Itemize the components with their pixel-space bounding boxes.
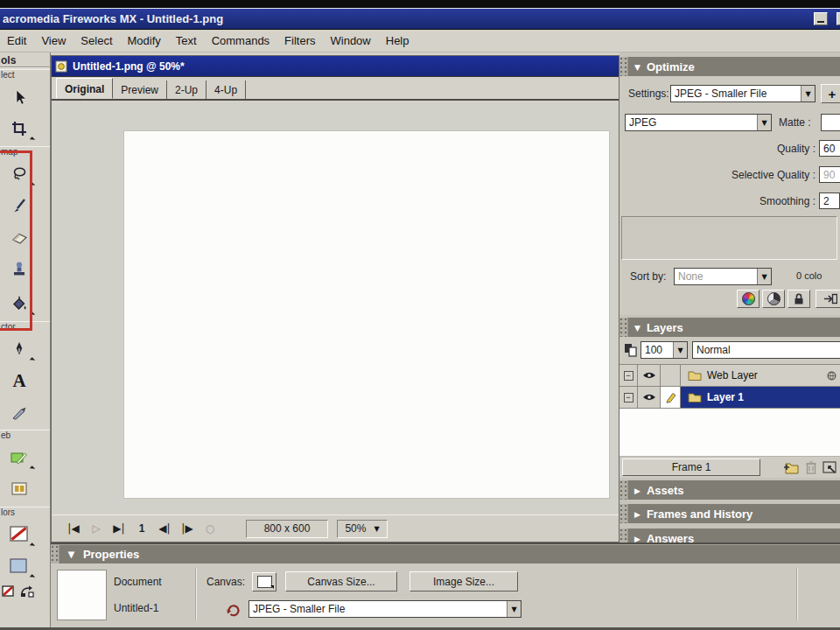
knife-tool[interactable]: [0, 396, 38, 428]
quality-field[interactable]: 60: [819, 140, 840, 157]
dropdown-arrow-button[interactable]: ▼: [757, 115, 771, 130]
layers-panel-header[interactable]: ▼ Layers: [620, 318, 840, 337]
expand-arrow-icon: ▶: [634, 509, 640, 519]
dropdown-arrow-button[interactable]: ▼: [507, 601, 521, 617]
rebuild-color-table-button[interactable]: [737, 290, 760, 308]
slice-tool[interactable]: [0, 442, 38, 473]
pen-tool[interactable]: [0, 333, 38, 365]
new-frame-icon[interactable]: [782, 461, 800, 474]
panel-gripper[interactable]: [51, 545, 60, 564]
layer-edit-column[interactable]: [661, 387, 681, 408]
titlebar[interactable]: acromedia Fireworks MX - Untitled-1.png: [0, 8, 840, 30]
add-color-button[interactable]: [816, 290, 840, 308]
canvas[interactable]: [123, 130, 610, 499]
properties-panel-header[interactable]: ▼ Properties: [51, 544, 840, 564]
frames-history-panel-header[interactable]: ▶ Frames and History: [620, 504, 840, 523]
matte-color-swatch[interactable]: [821, 114, 840, 131]
menu-edit[interactable]: Edit: [7, 34, 26, 47]
layer-name-area[interactable]: Layer 1: [681, 387, 840, 408]
canvas-size-button[interactable]: Canvas Size...: [285, 571, 397, 592]
menu-commands[interactable]: Commands: [212, 34, 270, 47]
tab-original[interactable]: Original: [56, 78, 113, 99]
layer-name-area[interactable]: Web Layer: [681, 365, 840, 386]
dropdown-arrow-button[interactable]: ▼: [757, 269, 771, 284]
blend-mode-dropdown[interactable]: Normal: [692, 341, 840, 359]
menu-view[interactable]: View: [41, 34, 66, 47]
maximize-button[interactable]: [836, 12, 840, 25]
fill-color-well[interactable]: [0, 550, 38, 582]
lock-color-button[interactable]: [788, 290, 810, 308]
menubar: Edit View Select Modify Text Commands Fi…: [0, 30, 840, 52]
zoom-level-dropdown[interactable]: 50% ▼: [337, 520, 388, 538]
tools-section-web: eb: [0, 430, 50, 442]
minus-box-icon: −: [624, 371, 634, 381]
paint-bucket-tool[interactable]: [0, 288, 38, 319]
tab-2up[interactable]: 2-Up: [167, 80, 206, 99]
panel-options-icon[interactable]: [822, 461, 836, 473]
panel-gripper[interactable]: [620, 528, 628, 542]
panel-gripper[interactable]: [620, 504, 628, 523]
panel-gripper[interactable]: [620, 318, 628, 337]
first-frame-button[interactable]: |◀: [62, 522, 85, 535]
export-format-dropdown[interactable]: JPEG ▼: [625, 114, 772, 131]
sort-by-dropdown[interactable]: None ▼: [674, 268, 772, 285]
menu-help[interactable]: Help: [386, 34, 410, 47]
dropdown-arrow-button[interactable]: ▼: [801, 86, 815, 102]
default-export-dropdown[interactable]: JPEG - Smaller File ▼: [248, 600, 522, 618]
crop-tool[interactable]: [0, 113, 38, 144]
pointer-tool[interactable]: [0, 81, 38, 113]
stroke-color-well[interactable]: [0, 519, 38, 550]
brush-tool[interactable]: [0, 190, 38, 221]
stop-button[interactable]: ○: [199, 522, 221, 535]
eye-icon: [642, 393, 656, 402]
tool-flyout-arrow-icon: [30, 136, 35, 142]
frame-selector-button[interactable]: Frame 1: [622, 458, 760, 476]
layer-edit-column[interactable]: [661, 365, 681, 386]
menu-window[interactable]: Window: [331, 34, 371, 47]
minimize-icon: [817, 21, 824, 23]
document-titlebar[interactable]: Untitled-1.png @ 50%*: [52, 56, 619, 77]
default-colors-icon[interactable]: [2, 585, 16, 598]
layer-visibility-toggle[interactable]: [638, 387, 661, 408]
panel-gripper[interactable]: [620, 480, 628, 500]
rubber-stamp-tool[interactable]: [0, 253, 38, 284]
menu-text[interactable]: Text: [176, 34, 197, 47]
tool-flyout-arrow-icon: [30, 312, 35, 317]
previous-frame-button[interactable]: ◀|: [153, 522, 176, 535]
image-size-button[interactable]: Image Size...: [410, 571, 518, 592]
eye-icon: [642, 371, 656, 380]
optimize-panel-header[interactable]: ▼ Optimize: [620, 57, 840, 76]
last-frame-button[interactable]: ▶|: [108, 522, 130, 535]
text-tool[interactable]: A: [0, 365, 38, 396]
lasso-tool[interactable]: [0, 158, 38, 190]
eraser-tool[interactable]: [0, 221, 38, 253]
menu-select[interactable]: Select: [80, 34, 112, 47]
web-dither-button[interactable]: [762, 290, 785, 308]
tab-preview[interactable]: Preview: [113, 80, 167, 99]
tab-4up[interactable]: 4-Up: [206, 80, 246, 99]
show-slices-tool[interactable]: [0, 473, 38, 505]
answers-panel-header[interactable]: ▶ Answers: [620, 528, 840, 542]
add-preset-button[interactable]: +: [821, 84, 840, 103]
menu-modify[interactable]: Modify: [128, 34, 161, 47]
expand-layer-toggle[interactable]: −: [620, 387, 638, 408]
assets-panel-header[interactable]: ▶ Assets: [620, 480, 840, 500]
expand-layer-toggle[interactable]: −: [620, 365, 638, 386]
layer-opacity-field[interactable]: 100 ▼: [640, 341, 688, 359]
next-frame-button[interactable]: |▶: [176, 522, 199, 535]
frames-bar-icons: [782, 460, 840, 474]
minimize-button[interactable]: [814, 12, 828, 25]
swap-colors-icon[interactable]: [19, 585, 35, 598]
play-button[interactable]: ▷: [85, 522, 108, 535]
delete-frame-icon[interactable]: [805, 460, 817, 474]
canvas-color-swatch[interactable]: [252, 572, 276, 592]
panel-gripper[interactable]: [620, 57, 628, 76]
menu-filters[interactable]: Filters: [284, 34, 315, 47]
layer-row-layer-1[interactable]: − Layer 1: [620, 387, 840, 409]
smoothing-field[interactable]: 2: [819, 192, 840, 209]
selective-quality-field[interactable]: 90: [819, 166, 840, 183]
settings-dropdown[interactable]: JPEG - Smaller File ▼: [670, 85, 816, 102]
dropdown-arrow-button[interactable]: ▼: [673, 342, 687, 358]
layer-visibility-toggle[interactable]: [638, 365, 661, 386]
layer-row-web-layer[interactable]: − Web Layer: [620, 365, 840, 387]
